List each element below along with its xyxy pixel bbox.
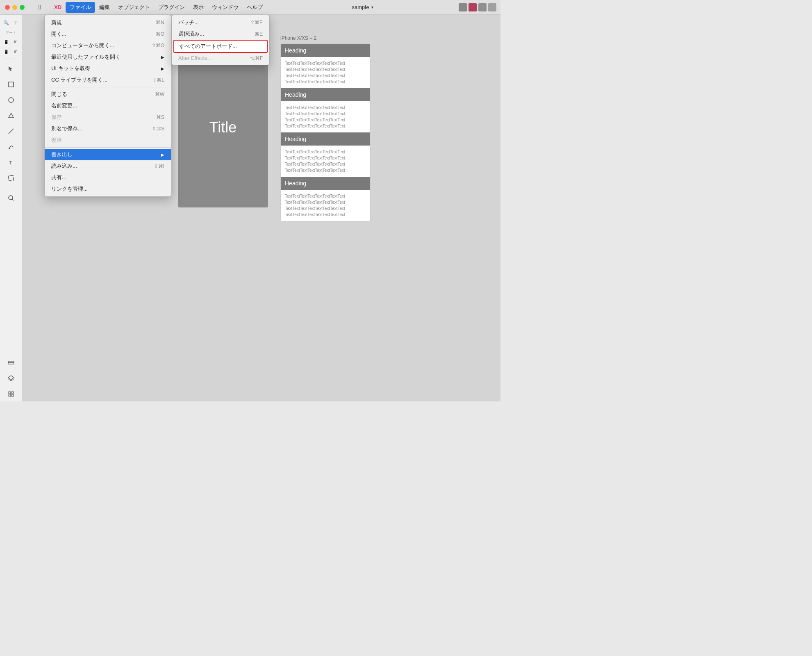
- toolbar-label-art: アート: [0, 29, 22, 36]
- svg-line-8: [12, 199, 14, 200]
- menu-item-file[interactable]: ファイル: [66, 2, 95, 13]
- line-tool-icon[interactable]: [4, 124, 18, 139]
- layers-icon[interactable]: [4, 355, 18, 370]
- close-button[interactable]: [5, 5, 10, 10]
- layers-stack-icon[interactable]: [4, 371, 18, 386]
- iphone-icon-2[interactable]: 📱: [2, 47, 11, 56]
- section-heading-2: Heading: [281, 88, 370, 101]
- svg-rect-6: [9, 175, 14, 180]
- menu-share[interactable]: 共有...: [45, 172, 171, 183]
- menu-bar-right: [459, 3, 500, 11]
- menu-import[interactable]: 読み込み... ⇧⌘I: [45, 160, 171, 172]
- svg-rect-10: [8, 363, 14, 364]
- menu-open[interactable]: 開く... ⌘O: [45, 28, 171, 40]
- menu-recent[interactable]: 最近使用したファイルを開く ▶: [45, 51, 171, 63]
- svg-marker-11: [8, 376, 14, 380]
- toolbar-divider-1: [4, 59, 18, 59]
- section-text-1: TextTextTextTextTextTextTextText TextTex…: [281, 57, 370, 88]
- artboard-iphone[interactable]: Title: [178, 48, 268, 207]
- svg-line-3: [9, 129, 14, 134]
- project-dropdown-icon[interactable]: ▾: [371, 5, 373, 9]
- svg-text:T: T: [9, 159, 12, 166]
- svg-rect-14: [9, 394, 11, 396]
- toolbar-iphone-row2: 📱 iP: [2, 47, 20, 56]
- select-tool-icon[interactable]: [4, 61, 18, 76]
- section-heading-3: Heading: [281, 132, 370, 146]
- menu-item-view[interactable]: 表示: [189, 2, 208, 13]
- section-text-3: TextTextTextTextTextTextTextText TextTex…: [281, 146, 370, 177]
- left-toolbar: 🔍 す アート 📱 iP 📱 iP T: [0, 15, 22, 401]
- rectangle-tool-icon[interactable]: [4, 77, 18, 92]
- swatch-1: [459, 3, 467, 11]
- export-batch[interactable]: バッチ... ⇧⌘E: [172, 17, 269, 28]
- artboard-iphone-container: Title: [178, 48, 268, 207]
- search-icon[interactable]: 🔍: [2, 18, 11, 27]
- menu-manage-links[interactable]: リンクを管理...: [45, 183, 171, 195]
- svg-point-4: [9, 148, 10, 149]
- artboard-iphonex-container: iPhone X/XS – 2 Heading TextTextTextText…: [280, 35, 371, 221]
- traffic-lights: [0, 5, 30, 10]
- zoom-tool-icon[interactable]: [4, 191, 18, 205]
- menu-revert: 復帰: [45, 134, 171, 146]
- swatch-3: [478, 3, 487, 11]
- export-all-artboards[interactable]: すべてのアートボード...: [173, 40, 268, 53]
- minimize-button[interactable]: [12, 5, 17, 10]
- menu-save-as[interactable]: 別名で保存... ⇧⌘S: [45, 123, 171, 134]
- export-after-effects: After Effects... ⌥⌘F: [172, 53, 269, 63]
- menu-item-window[interactable]: ウィンドウ: [208, 2, 243, 13]
- fullscreen-button[interactable]: [20, 5, 25, 10]
- menu-bar-left:  XD ファイル 編集 オブジェクト プラグイン 表示 ウィンドウ ヘルプ: [30, 2, 267, 13]
- section-heading-4: Heading: [281, 177, 370, 190]
- menu-item-xd[interactable]: XD: [50, 2, 66, 12]
- svg-point-1: [9, 98, 14, 102]
- project-name: sample: [352, 4, 369, 10]
- filter-text-icon: す: [11, 18, 20, 27]
- svg-rect-15: [11, 394, 14, 396]
- pen-tool-icon[interactable]: [4, 139, 18, 154]
- menu-new[interactable]: 新規 ⌘N: [45, 17, 171, 28]
- swatch-2: [469, 3, 477, 11]
- file-menu-dropdown: 新規 ⌘N 開く... ⌘O コンピューターから開く... ⇧⌘O 最近使用した…: [44, 15, 171, 197]
- triangle-tool-icon[interactable]: [4, 108, 18, 123]
- iphone-label-1: iP: [11, 37, 20, 46]
- artboard-title: Title: [209, 119, 237, 136]
- menu-item-object[interactable]: オブジェクト: [114, 2, 154, 13]
- plugins-icon[interactable]: [4, 387, 18, 401]
- svg-rect-12: [9, 392, 11, 394]
- menu-export[interactable]: 書き出し ▶: [45, 149, 171, 160]
- section-text-4: TextTextTextTextTextTextTextText TextTex…: [281, 190, 370, 221]
- menu-rename[interactable]: 名前変更...: [45, 100, 171, 112]
- svg-rect-13: [11, 392, 14, 394]
- menu-bar:  XD ファイル 編集 オブジェクト プラグイン 表示 ウィンドウ ヘルプ s…: [0, 0, 500, 15]
- artboard-tool-icon[interactable]: [4, 171, 18, 185]
- divider-2: [45, 147, 171, 148]
- menu-uikit[interactable]: UI キットを取得 ▶: [45, 63, 171, 74]
- export-submenu: バッチ... ⇧⌘E 選択済み... ⌘E すべてのアートボード... Afte…: [171, 15, 270, 65]
- menu-cc-library[interactable]: CC ライブラリを開く... ⇧⌘L: [45, 74, 171, 86]
- menu-open-computer[interactable]: コンピューターから開く... ⇧⌘O: [45, 40, 171, 51]
- text-tool-icon[interactable]: T: [4, 155, 18, 170]
- toolbar-divider-2: [4, 188, 18, 188]
- export-selected[interactable]: 選択済み... ⌘E: [172, 28, 269, 40]
- swatch-4: [488, 3, 496, 11]
- section-text-2: TextTextTextTextTextTextTextText TextTex…: [281, 101, 370, 132]
- apple-icon[interactable]: : [30, 4, 50, 11]
- iphone-label-2: iP: [11, 47, 20, 56]
- iphone-icon-1[interactable]: 📱: [2, 37, 11, 46]
- menu-close[interactable]: 閉じる ⌘W: [45, 89, 171, 100]
- menu-item-edit[interactable]: 編集: [95, 2, 114, 13]
- divider-1: [45, 87, 171, 87]
- menu-save: 保存 ⌘S: [45, 112, 171, 123]
- menu-item-help[interactable]: ヘルプ: [243, 2, 267, 13]
- toolbar-iphone-row: 📱 iP: [2, 37, 20, 46]
- menu-bar-center: sample ▾: [267, 4, 459, 10]
- svg-rect-9: [8, 361, 14, 362]
- svg-rect-0: [9, 82, 14, 87]
- section-heading-1: Heading: [281, 44, 370, 57]
- svg-marker-2: [9, 113, 14, 118]
- svg-point-7: [9, 196, 13, 200]
- ellipse-tool-icon[interactable]: [4, 93, 18, 107]
- artboard-iphonex-label: iPhone X/XS – 2: [280, 35, 371, 41]
- artboard-iphonex[interactable]: Heading TextTextTextTextTextTextTextText…: [280, 43, 371, 221]
- menu-item-plugin[interactable]: プラグイン: [154, 2, 189, 13]
